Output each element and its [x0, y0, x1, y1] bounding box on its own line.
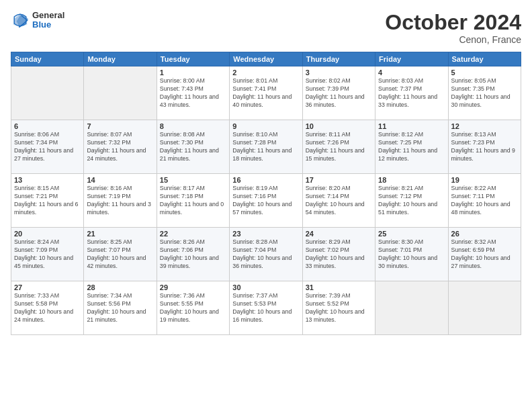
day-number: 22	[160, 230, 226, 238]
calendar-page: General Blue October 2024 Cenon, France …	[0, 0, 532, 411]
logo-general-text: General	[32, 11, 64, 20]
calendar-cell: 30Sunrise: 7:37 AMSunset: 5:53 PMDayligh…	[230, 281, 302, 335]
day-info: Sunrise: 8:02 AMSunset: 7:39 PMDaylight:…	[306, 77, 372, 109]
calendar-cell: 23Sunrise: 8:28 AMSunset: 7:04 PMDayligh…	[230, 228, 302, 281]
calendar-cell: 17Sunrise: 8:20 AMSunset: 7:14 PMDayligh…	[302, 174, 375, 228]
day-info: Sunrise: 8:24 AMSunset: 7:09 PMDaylight:…	[14, 238, 81, 271]
calendar-cell: 5Sunrise: 8:05 AMSunset: 7:35 PMDaylight…	[448, 66, 521, 120]
logo-text: General Blue	[32, 11, 64, 30]
calendar-cell: 12Sunrise: 8:13 AMSunset: 7:23 PMDayligh…	[448, 120, 521, 174]
day-number: 31	[306, 283, 372, 291]
calendar-cell	[11, 66, 84, 120]
day-number: 20	[14, 230, 81, 238]
calendar-cell: 10Sunrise: 8:11 AMSunset: 7:26 PMDayligh…	[302, 120, 375, 174]
day-info: Sunrise: 8:10 AMSunset: 7:28 PMDaylight:…	[232, 131, 299, 163]
day-number: 19	[451, 176, 518, 184]
day-number: 23	[232, 230, 299, 238]
calendar-cell	[448, 281, 521, 335]
day-info: Sunrise: 8:20 AMSunset: 7:14 PMDaylight:…	[306, 185, 372, 217]
day-info: Sunrise: 8:07 AMSunset: 7:32 PMDaylight:…	[87, 131, 153, 163]
calendar-cell: 1Sunrise: 8:00 AMSunset: 7:43 PMDaylight…	[157, 66, 229, 120]
calendar-cell: 4Sunrise: 8:03 AMSunset: 7:37 PMDaylight…	[375, 66, 448, 120]
weekday-header-cell: Wednesday	[230, 52, 302, 66]
day-info: Sunrise: 8:05 AMSunset: 7:35 PMDaylight:…	[451, 77, 518, 109]
day-info: Sunrise: 8:15 AMSunset: 7:21 PMDaylight:…	[14, 185, 81, 217]
day-number: 4	[378, 68, 445, 77]
calendar-cell: 15Sunrise: 8:17 AMSunset: 7:18 PMDayligh…	[157, 174, 229, 228]
calendar-table: SundayMondayTuesdayWednesdayThursdayFrid…	[11, 52, 521, 335]
calendar-cell: 18Sunrise: 8:21 AMSunset: 7:12 PMDayligh…	[375, 174, 448, 228]
day-info: Sunrise: 8:26 AMSunset: 7:06 PMDaylight:…	[160, 238, 226, 271]
day-info: Sunrise: 8:28 AMSunset: 7:04 PMDaylight:…	[232, 238, 299, 271]
day-number: 27	[14, 283, 81, 291]
day-number: 14	[87, 176, 153, 184]
calendar-body: 1Sunrise: 8:00 AMSunset: 7:43 PMDaylight…	[11, 66, 521, 335]
day-number: 16	[232, 176, 299, 184]
day-number: 28	[87, 283, 153, 291]
calendar-week-row: 27Sunrise: 7:33 AMSunset: 5:58 PMDayligh…	[11, 281, 521, 335]
day-info: Sunrise: 8:06 AMSunset: 7:34 PMDaylight:…	[14, 131, 81, 163]
weekday-header-cell: Friday	[375, 52, 448, 66]
calendar-cell: 19Sunrise: 8:22 AMSunset: 7:11 PMDayligh…	[448, 174, 521, 228]
calendar-cell: 16Sunrise: 8:19 AMSunset: 7:16 PMDayligh…	[230, 174, 302, 228]
day-number: 2	[232, 68, 299, 77]
day-info: Sunrise: 8:00 AMSunset: 7:43 PMDaylight:…	[160, 77, 226, 109]
calendar-week-row: 6Sunrise: 8:06 AMSunset: 7:34 PMDaylight…	[11, 120, 521, 174]
day-info: Sunrise: 8:01 AMSunset: 7:41 PMDaylight:…	[232, 77, 299, 109]
day-info: Sunrise: 8:03 AMSunset: 7:37 PMDaylight:…	[378, 77, 445, 109]
weekday-header-cell: Thursday	[302, 52, 375, 66]
day-number: 1	[160, 68, 226, 77]
day-number: 13	[14, 176, 81, 184]
day-number: 29	[160, 283, 226, 291]
day-info: Sunrise: 8:32 AMSunset: 6:59 PMDaylight:…	[451, 238, 518, 271]
calendar-cell: 26Sunrise: 8:32 AMSunset: 6:59 PMDayligh…	[448, 228, 521, 281]
weekday-header-cell: Monday	[84, 52, 157, 66]
day-info: Sunrise: 8:19 AMSunset: 7:16 PMDaylight:…	[232, 185, 299, 217]
day-info: Sunrise: 7:34 AMSunset: 5:56 PMDaylight:…	[87, 292, 153, 324]
day-number: 26	[451, 230, 518, 238]
calendar-cell: 3Sunrise: 8:02 AMSunset: 7:39 PMDaylight…	[302, 66, 375, 120]
logo: General Blue	[11, 11, 64, 30]
calendar-cell: 24Sunrise: 8:29 AMSunset: 7:02 PMDayligh…	[302, 228, 375, 281]
weekday-header-row: SundayMondayTuesdayWednesdayThursdayFrid…	[11, 52, 521, 66]
day-number: 21	[87, 230, 153, 238]
day-number: 10	[306, 122, 372, 130]
day-number: 12	[451, 122, 518, 130]
day-info: Sunrise: 8:30 AMSunset: 7:01 PMDaylight:…	[378, 238, 445, 271]
calendar-cell: 29Sunrise: 7:36 AMSunset: 5:55 PMDayligh…	[157, 281, 229, 335]
day-number: 18	[378, 176, 445, 184]
calendar-week-row: 1Sunrise: 8:00 AMSunset: 7:43 PMDaylight…	[11, 66, 521, 120]
day-info: Sunrise: 7:33 AMSunset: 5:58 PMDaylight:…	[14, 292, 81, 324]
logo-blue-text: Blue	[32, 20, 64, 30]
day-number: 3	[306, 68, 372, 77]
calendar-cell: 6Sunrise: 8:06 AMSunset: 7:34 PMDaylight…	[11, 120, 84, 174]
header: General Blue October 2024 Cenon, France	[11, 11, 521, 45]
weekday-header-cell: Sunday	[11, 52, 84, 66]
calendar-cell: 20Sunrise: 8:24 AMSunset: 7:09 PMDayligh…	[11, 228, 84, 281]
day-info: Sunrise: 8:29 AMSunset: 7:02 PMDaylight:…	[306, 238, 372, 271]
day-info: Sunrise: 8:22 AMSunset: 7:11 PMDaylight:…	[451, 185, 518, 217]
weekday-header-cell: Saturday	[448, 52, 521, 66]
location: Cenon, France	[385, 34, 521, 45]
day-info: Sunrise: 7:36 AMSunset: 5:55 PMDaylight:…	[160, 292, 226, 324]
day-info: Sunrise: 8:16 AMSunset: 7:19 PMDaylight:…	[87, 185, 153, 217]
day-number: 24	[306, 230, 372, 238]
calendar-cell: 25Sunrise: 8:30 AMSunset: 7:01 PMDayligh…	[375, 228, 448, 281]
title-area: October 2024 Cenon, France	[385, 11, 521, 45]
day-number: 8	[160, 122, 226, 130]
weekday-header-cell: Tuesday	[157, 52, 229, 66]
calendar-week-row: 13Sunrise: 8:15 AMSunset: 7:21 PMDayligh…	[11, 174, 521, 228]
day-info: Sunrise: 7:37 AMSunset: 5:53 PMDaylight:…	[232, 292, 299, 324]
calendar-cell: 21Sunrise: 8:25 AMSunset: 7:07 PMDayligh…	[84, 228, 157, 281]
day-number: 5	[451, 68, 518, 77]
calendar-cell: 9Sunrise: 8:10 AMSunset: 7:28 PMDaylight…	[230, 120, 302, 174]
calendar-cell: 13Sunrise: 8:15 AMSunset: 7:21 PMDayligh…	[11, 174, 84, 228]
calendar-cell: 28Sunrise: 7:34 AMSunset: 5:56 PMDayligh…	[84, 281, 157, 335]
month-title: October 2024	[385, 11, 521, 34]
calendar-cell: 31Sunrise: 7:39 AMSunset: 5:52 PMDayligh…	[302, 281, 375, 335]
day-number: 9	[232, 122, 299, 130]
day-info: Sunrise: 8:12 AMSunset: 7:25 PMDaylight:…	[378, 131, 445, 163]
day-info: Sunrise: 8:17 AMSunset: 7:18 PMDaylight:…	[160, 185, 226, 217]
logo-icon	[11, 11, 30, 30]
calendar-header: SundayMondayTuesdayWednesdayThursdayFrid…	[11, 52, 521, 66]
